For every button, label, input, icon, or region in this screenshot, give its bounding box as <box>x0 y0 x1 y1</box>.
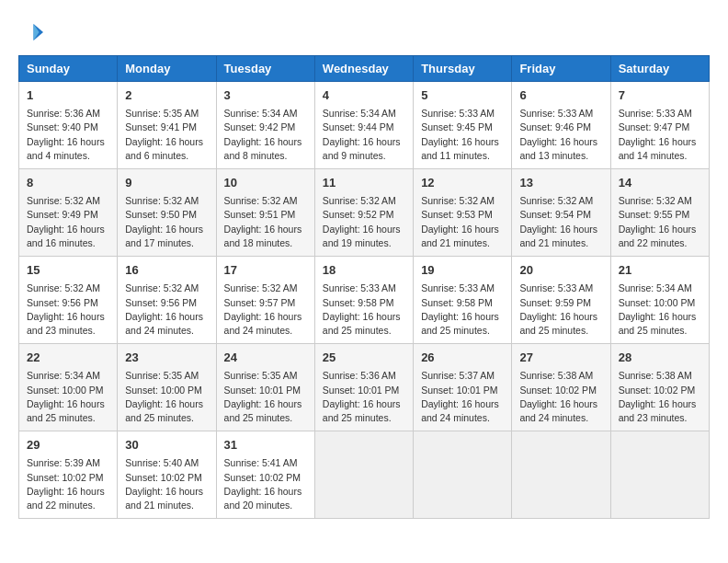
day-info: Sunrise: 5:35 AM Sunset: 10:01 PM Daylig… <box>224 369 307 425</box>
calendar-cell: 16 Sunrise: 5:32 AM Sunset: 9:56 PM Dayl… <box>118 257 216 344</box>
day-info: Sunrise: 5:33 AM Sunset: 9:58 PM Dayligh… <box>323 282 405 338</box>
sunset-label: Sunset: 9:52 PM <box>323 209 394 220</box>
calendar-header-wednesday: Wednesday <box>314 56 413 82</box>
sunrise-label: Sunrise: 5:34 AM <box>619 282 692 293</box>
day-number: 13 <box>519 175 602 191</box>
calendar-cell: 10 Sunrise: 5:32 AM Sunset: 9:51 PM Dayl… <box>216 169 314 257</box>
calendar-cell: 21 Sunrise: 5:34 AM Sunset: 10:00 PM Day… <box>610 257 709 344</box>
calendar-cell: 14 Sunrise: 5:32 AM Sunset: 9:55 PM Dayl… <box>610 169 709 257</box>
daylight-label: Daylight: 16 hours and 8 minutes. <box>224 136 302 161</box>
day-number: 20 <box>519 262 602 279</box>
sunrise-label: Sunrise: 5:32 AM <box>125 282 199 293</box>
sunset-label: Sunset: 9:45 PM <box>421 121 493 132</box>
calendar-header-row: SundayMondayTuesdayWednesdayThursdayFrid… <box>19 56 710 82</box>
sunset-label: Sunset: 10:01 PM <box>224 385 301 396</box>
day-number: 27 <box>519 350 602 366</box>
calendar-cell <box>610 431 709 519</box>
day-number: 12 <box>421 175 504 191</box>
daylight-label: Daylight: 16 hours and 21 minutes. <box>519 224 597 248</box>
daylight-label: Daylight: 16 hours and 24 minutes. <box>125 311 203 336</box>
sunset-label: Sunset: 10:00 PM <box>125 385 201 396</box>
sunrise-label: Sunrise: 5:35 AM <box>125 108 199 119</box>
sunrise-label: Sunrise: 5:38 AM <box>619 370 692 381</box>
sunrise-label: Sunrise: 5:33 AM <box>421 108 495 119</box>
day-number: 26 <box>421 350 504 366</box>
daylight-label: Daylight: 16 hours and 25 minutes. <box>323 311 401 336</box>
day-info: Sunrise: 5:33 AM Sunset: 9:47 PM Dayligh… <box>619 107 701 163</box>
calendar-week-5: 29 Sunrise: 5:39 AM Sunset: 10:02 PM Day… <box>19 431 710 519</box>
day-number: 3 <box>224 87 307 104</box>
calendar-header-sunday: Sunday <box>19 56 118 82</box>
day-info: Sunrise: 5:32 AM Sunset: 9:51 PM Dayligh… <box>224 194 307 250</box>
sunset-label: Sunset: 10:02 PM <box>619 385 695 396</box>
daylight-label: Daylight: 16 hours and 9 minutes. <box>323 136 401 161</box>
day-number: 5 <box>421 87 504 104</box>
day-number: 25 <box>323 350 405 366</box>
calendar-week-3: 15 Sunrise: 5:32 AM Sunset: 9:56 PM Dayl… <box>19 257 710 344</box>
calendar-cell: 25 Sunrise: 5:36 AM Sunset: 10:01 PM Day… <box>314 344 413 431</box>
day-number: 17 <box>224 262 307 279</box>
calendar-header-tuesday: Tuesday <box>216 56 314 82</box>
day-number: 6 <box>519 87 602 104</box>
sunset-label: Sunset: 9:50 PM <box>125 209 197 220</box>
calendar-cell: 30 Sunrise: 5:40 AM Sunset: 10:02 PM Day… <box>118 431 216 519</box>
day-info: Sunrise: 5:41 AM Sunset: 10:02 PM Daylig… <box>224 456 307 512</box>
day-info: Sunrise: 5:34 AM Sunset: 9:42 PM Dayligh… <box>224 107 307 163</box>
sunrise-label: Sunrise: 5:32 AM <box>519 195 593 206</box>
day-info: Sunrise: 5:32 AM Sunset: 9:56 PM Dayligh… <box>125 282 208 338</box>
day-info: Sunrise: 5:34 AM Sunset: 10:00 PM Daylig… <box>27 369 109 425</box>
daylight-label: Daylight: 16 hours and 18 minutes. <box>224 224 302 248</box>
sunrise-label: Sunrise: 5:41 AM <box>224 457 298 468</box>
day-info: Sunrise: 5:34 AM Sunset: 10:00 PM Daylig… <box>619 282 701 338</box>
day-info: Sunrise: 5:37 AM Sunset: 10:01 PM Daylig… <box>421 369 504 425</box>
day-info: Sunrise: 5:34 AM Sunset: 9:44 PM Dayligh… <box>323 107 405 163</box>
day-number: 15 <box>27 262 109 279</box>
day-number: 31 <box>224 437 307 454</box>
calendar-cell: 3 Sunrise: 5:34 AM Sunset: 9:42 PM Dayli… <box>216 82 314 169</box>
sunset-label: Sunset: 10:00 PM <box>27 385 103 396</box>
day-number: 10 <box>224 175 307 191</box>
day-info: Sunrise: 5:39 AM Sunset: 10:02 PM Daylig… <box>27 456 109 512</box>
sunrise-label: Sunrise: 5:34 AM <box>27 370 100 381</box>
day-info: Sunrise: 5:33 AM Sunset: 9:45 PM Dayligh… <box>421 107 504 163</box>
sunrise-label: Sunrise: 5:36 AM <box>323 370 396 381</box>
calendar-header-thursday: Thursday <box>414 56 512 82</box>
day-number: 18 <box>323 262 405 279</box>
day-number: 1 <box>27 87 109 104</box>
daylight-label: Daylight: 16 hours and 25 minutes. <box>224 398 302 423</box>
sunset-label: Sunset: 9:53 PM <box>421 209 493 220</box>
day-number: 4 <box>323 87 405 104</box>
calendar-cell <box>414 431 512 519</box>
day-info: Sunrise: 5:40 AM Sunset: 10:02 PM Daylig… <box>125 456 208 512</box>
calendar-week-2: 8 Sunrise: 5:32 AM Sunset: 9:49 PM Dayli… <box>19 169 710 257</box>
sunrise-label: Sunrise: 5:32 AM <box>125 195 199 206</box>
sunset-label: Sunset: 9:58 PM <box>421 297 493 308</box>
day-info: Sunrise: 5:36 AM Sunset: 10:01 PM Daylig… <box>323 369 405 425</box>
sunset-label: Sunset: 10:01 PM <box>323 385 399 396</box>
day-number: 2 <box>125 87 208 104</box>
daylight-label: Daylight: 16 hours and 16 minutes. <box>27 224 105 248</box>
sunrise-label: Sunrise: 5:37 AM <box>421 370 495 381</box>
day-number: 8 <box>27 175 109 191</box>
sunset-label: Sunset: 9:41 PM <box>125 121 197 132</box>
day-number: 21 <box>619 262 701 279</box>
day-number: 29 <box>27 437 109 454</box>
sunset-label: Sunset: 10:02 PM <box>519 385 596 396</box>
sunrise-label: Sunrise: 5:32 AM <box>224 195 298 206</box>
logo-icon <box>18 18 46 46</box>
calendar-cell: 26 Sunrise: 5:37 AM Sunset: 10:01 PM Day… <box>414 344 512 431</box>
day-number: 14 <box>619 175 701 191</box>
calendar-cell: 20 Sunrise: 5:33 AM Sunset: 9:59 PM Dayl… <box>512 257 610 344</box>
calendar-cell: 27 Sunrise: 5:38 AM Sunset: 10:02 PM Day… <box>512 344 610 431</box>
calendar-cell: 28 Sunrise: 5:38 AM Sunset: 10:02 PM Day… <box>610 344 709 431</box>
sunrise-label: Sunrise: 5:38 AM <box>519 370 593 381</box>
daylight-label: Daylight: 16 hours and 17 minutes. <box>125 224 203 248</box>
day-info: Sunrise: 5:32 AM Sunset: 9:50 PM Dayligh… <box>125 194 208 250</box>
sunset-label: Sunset: 9:46 PM <box>519 121 591 132</box>
calendar-cell: 18 Sunrise: 5:33 AM Sunset: 9:58 PM Dayl… <box>314 257 413 344</box>
daylight-label: Daylight: 16 hours and 19 minutes. <box>323 224 401 248</box>
day-number: 9 <box>125 175 208 191</box>
day-info: Sunrise: 5:32 AM Sunset: 9:53 PM Dayligh… <box>421 194 504 250</box>
sunset-label: Sunset: 9:44 PM <box>323 121 394 132</box>
day-number: 23 <box>125 350 208 366</box>
